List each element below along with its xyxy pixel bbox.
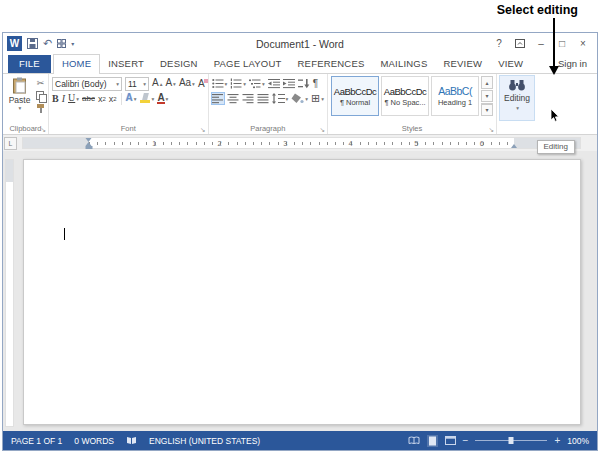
editing-group: Editing ▾ (497, 74, 537, 134)
vertical-ruler[interactable] (3, 151, 15, 431)
format-painter-icon (36, 104, 45, 114)
tab-selector-button[interactable]: L (4, 137, 17, 150)
zoom-level[interactable]: 100% (567, 436, 589, 446)
chevron-down-icon: ▾ (243, 81, 246, 87)
customize-qat-icon[interactable]: ▾ (71, 36, 74, 51)
style-heading-1[interactable]: AaBbC( Heading 1 (431, 76, 479, 116)
bold-button[interactable]: B (52, 93, 59, 105)
styles-more-button[interactable]: ▾ (481, 103, 493, 116)
left-indent-marker[interactable] (85, 138, 92, 149)
read-mode-button[interactable] (408, 436, 420, 445)
font-color-button[interactable]: A▾ (157, 92, 168, 105)
font-size-combobox[interactable]: 11 ▾ (125, 77, 149, 91)
decrease-indent-button[interactable] (268, 78, 280, 89)
proofing-check-icon[interactable] (126, 436, 137, 445)
tab-view[interactable]: VIEW (490, 55, 531, 73)
web-layout-button[interactable] (445, 436, 456, 445)
bullets-button[interactable]: ▾ (212, 78, 228, 89)
borders-button[interactable]: ⊞▾ (311, 93, 324, 104)
zoom-out-button[interactable]: − (463, 435, 469, 446)
superscript-button[interactable]: x2 (109, 93, 117, 105)
text-effects-button[interactable]: A▾ (126, 92, 137, 105)
ruler-number: 4 (348, 139, 352, 148)
zoom-slider[interactable] (475, 440, 547, 441)
document-page[interactable] (23, 159, 581, 425)
line-spacing-button[interactable]: ▾ (272, 93, 289, 104)
tab-mailings[interactable]: MAILINGS (372, 55, 435, 73)
undo-icon[interactable]: ↶ (43, 36, 52, 51)
decrease-indent-icon (268, 78, 280, 89)
shading-button[interactable]: ▾ (291, 93, 308, 104)
tab-page-layout[interactable]: PAGE LAYOUT (206, 55, 290, 73)
grow-font-button[interactable]: A▴ (152, 77, 162, 90)
shrink-font-button[interactable]: A▾ (165, 77, 175, 90)
styles-dialog-launcher-icon[interactable]: ↘ (489, 127, 494, 134)
sign-in-link[interactable]: Sign in (558, 58, 587, 69)
clear-formatting-button[interactable]: A (198, 78, 205, 90)
font-dialog-launcher-icon[interactable]: ↘ (200, 127, 205, 134)
justify-button[interactable] (257, 93, 269, 104)
paste-button[interactable]: Paste ▾ (6, 76, 33, 114)
tab-home[interactable]: HOME (53, 54, 100, 74)
find-binoculars-icon (508, 79, 526, 91)
language-indicator[interactable]: ENGLISH (UNITED STATES) (149, 436, 260, 446)
paste-dropdown-icon[interactable]: ▾ (19, 105, 22, 111)
numbering-button[interactable]: ▾ (230, 78, 246, 89)
style-no-spacing[interactable]: AaBbCcDc ¶ No Spac... (381, 76, 429, 116)
callout-arrow-icon (548, 18, 560, 76)
paste-icon (12, 77, 27, 94)
align-right-button[interactable] (242, 93, 254, 104)
ruler-number: 1 (152, 139, 156, 148)
screenshot: Select editing W ↶ ▾ Document1 - Word ? (0, 0, 600, 456)
increase-indent-button[interactable] (283, 78, 295, 89)
align-left-icon (212, 93, 224, 104)
window-controls: ? – □ × (489, 36, 593, 52)
page-indicator[interactable]: PAGE 1 OF 1 (11, 436, 62, 446)
copy-button[interactable] (36, 91, 45, 101)
editing-button[interactable]: Editing ▾ (500, 76, 534, 120)
tab-design[interactable]: DESIGN (152, 55, 206, 73)
show-hide-marks-button[interactable]: ¶ (313, 78, 318, 89)
italic-button[interactable]: I (62, 93, 65, 105)
multilevel-list-icon (249, 78, 261, 89)
zoom-in-button[interactable]: + (554, 435, 560, 446)
styles-scroll-up-button[interactable]: ▴ (481, 76, 493, 89)
tab-insert[interactable]: INSERT (100, 55, 152, 73)
shading-icon (291, 93, 304, 104)
print-layout-button[interactable] (427, 435, 438, 447)
align-right-icon (242, 93, 254, 104)
font-name-combobox[interactable]: Calibri (Body) ▾ (52, 77, 122, 91)
help-button[interactable]: ? (489, 36, 509, 52)
align-center-button[interactable] (227, 93, 239, 104)
styles-scroll-down-button[interactable]: ▾ (481, 90, 493, 103)
chevron-down-icon: ▾ (166, 93, 169, 105)
change-case-button[interactable]: Aa▾ (179, 77, 195, 90)
save-icon[interactable] (27, 36, 38, 51)
tab-references[interactable]: REFERENCES (290, 55, 373, 73)
multilevel-list-button[interactable]: ▾ (249, 78, 265, 89)
align-left-button[interactable] (212, 93, 224, 104)
close-button[interactable]: × (573, 36, 593, 52)
strikethrough-button[interactable]: abc (82, 93, 95, 105)
tab-review[interactable]: REVIEW (435, 55, 490, 73)
cut-icon: ✂ (37, 79, 45, 88)
clipboard-dialog-launcher-icon[interactable]: ↘ (41, 127, 46, 134)
cut-button[interactable]: ✂ (37, 78, 45, 88)
underline-button[interactable]: U▾ (68, 92, 79, 105)
sort-button[interactable] (298, 78, 310, 89)
right-indent-marker[interactable] (511, 144, 517, 148)
ribbon-display-options-button[interactable] (510, 36, 530, 52)
style-normal[interactable]: AaBbCcDc ¶ Normal (331, 76, 379, 116)
divider (121, 93, 122, 105)
horizontal-ruler[interactable]: 1 2 3 4 5 6 (22, 137, 581, 149)
touch-mode-icon[interactable] (57, 36, 66, 51)
format-painter-button[interactable] (36, 104, 45, 114)
zoom-slider-handle[interactable] (509, 437, 514, 444)
text-highlight-button[interactable]: ▾ (140, 92, 155, 105)
tab-file[interactable]: FILE (8, 55, 51, 73)
word-count[interactable]: 0 WORDS (74, 436, 114, 446)
subscript-button[interactable]: x2 (98, 93, 106, 105)
word-logo-icon[interactable]: W (7, 36, 22, 51)
chevron-down-icon: ▾ (262, 81, 265, 87)
paragraph-dialog-launcher-icon[interactable]: ↘ (320, 127, 325, 134)
